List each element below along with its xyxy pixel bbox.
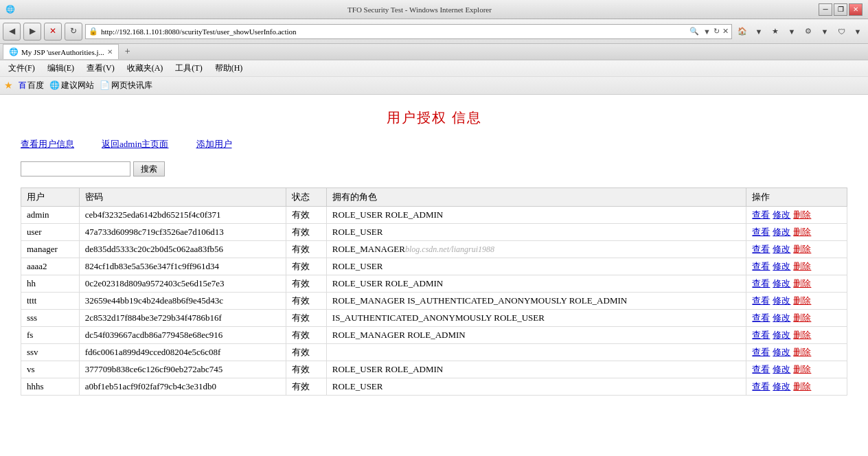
favorites-suggest[interactable]: 🌐 建议网站 — [49, 80, 94, 91]
action-修改-6[interactable]: 修改 — [773, 312, 790, 323]
cell-actions: 查看修改删除 — [746, 241, 847, 258]
favorites-news[interactable]: 📄 网页快讯库 — [100, 80, 152, 91]
cell-roles: ROLE_USER — [326, 378, 746, 396]
action-删除-7[interactable]: 删除 — [793, 330, 811, 340]
minimize-button[interactable]: ─ — [819, 3, 832, 16]
favorites-dropdown[interactable]: ▼ — [784, 24, 799, 39]
action-查看-3[interactable]: 查看 — [752, 261, 770, 271]
forward-button[interactable]: ▶ — [23, 23, 41, 41]
col-header-status: 状态 — [286, 188, 326, 207]
cell-roles: ROLE_USER ROLE_ADMIN — [326, 275, 746, 293]
action-删除-4[interactable]: 删除 — [793, 278, 811, 288]
action-修改-4[interactable]: 修改 — [773, 278, 790, 288]
cell-user: hhhs — [21, 378, 80, 396]
action-删除-1[interactable]: 删除 — [793, 227, 811, 237]
menu-favorites[interactable]: 收藏夹(A) — [122, 61, 169, 76]
action-查看-10[interactable]: 查看 — [752, 381, 770, 391]
safety-icon[interactable]: 🛡 — [834, 24, 849, 39]
back-button[interactable]: ◀ — [3, 23, 21, 41]
action-修改-3[interactable]: 修改 — [773, 261, 790, 271]
action-删除-0[interactable]: 删除 — [793, 209, 811, 220]
action-删除-3[interactable]: 删除 — [793, 261, 811, 271]
menu-file[interactable]: 文件(F) — [3, 61, 41, 76]
search-go-icon[interactable]: 🔍 — [689, 27, 699, 36]
menu-tools[interactable]: 工具(T) — [170, 61, 207, 76]
action-删除-9[interactable]: 删除 — [793, 364, 811, 374]
users-table: 用户 密码 状态 拥有的角色 操作 adminceb4f32325eda6142… — [21, 187, 847, 396]
cell-password: dc54f039667acdb86a779458e68ec916 — [79, 327, 286, 344]
tab-close-button[interactable]: ✕ — [107, 48, 113, 56]
baidu-icon: 百 — [19, 80, 26, 91]
menu-help[interactable]: 帮助(H) — [209, 61, 249, 76]
home-button[interactable]: 🏠 — [735, 24, 750, 39]
action-查看-7[interactable]: 查看 — [752, 330, 770, 340]
action-修改-9[interactable]: 修改 — [773, 364, 790, 374]
cell-password: fd6c0061a899d49cced08204e5c6c08f — [79, 344, 286, 361]
action-修改-7[interactable]: 修改 — [773, 330, 790, 340]
cell-password: 47a733d60998c719cf3526ae7d106d13 — [79, 224, 286, 241]
action-修改-5[interactable]: 修改 — [773, 295, 790, 306]
tools-dropdown[interactable]: ▼ — [817, 24, 832, 39]
address-text: http://192.168.1.101:8080/scurityTest/us… — [101, 27, 687, 36]
action-删除-10[interactable]: 删除 — [793, 381, 811, 391]
table-row: managerde835dd5333c20c2b0d5c062aa83fb56有… — [21, 241, 847, 258]
action-修改-10[interactable]: 修改 — [773, 381, 790, 391]
safety-dropdown[interactable]: ▼ — [850, 24, 865, 39]
action-删除-6[interactable]: 删除 — [793, 312, 811, 323]
action-查看-6[interactable]: 查看 — [752, 312, 770, 323]
action-删除-2[interactable]: 删除 — [793, 244, 811, 254]
cell-roles: ROLE_MANAGER IS_AUTHENTICATED_ANONYMOUSL… — [326, 293, 746, 310]
search-button[interactable]: 搜索 — [133, 161, 165, 176]
suggest-icon: 🌐 — [49, 80, 60, 91]
close-button[interactable]: ✕ — [849, 3, 863, 16]
search-area: 搜索 — [21, 161, 847, 176]
action-查看-4[interactable]: 查看 — [752, 278, 770, 288]
cell-actions: 查看修改删除 — [746, 207, 847, 224]
col-header-user: 用户 — [21, 188, 80, 207]
search-input[interactable] — [21, 161, 130, 176]
favorites-button[interactable]: ★ — [768, 24, 783, 39]
news-label: 网页快讯库 — [111, 80, 152, 91]
action-查看-8[interactable]: 查看 — [752, 347, 770, 357]
action-修改-0[interactable]: 修改 — [773, 209, 790, 220]
menu-edit[interactable]: 编辑(E) — [42, 61, 80, 76]
cell-password: 377709b838ce6c126cf90eb272abc745 — [79, 361, 286, 378]
favorites-baidu[interactable]: 百 百度 — [19, 80, 44, 91]
action-查看-9[interactable]: 查看 — [752, 364, 770, 374]
home-dropdown[interactable]: ▼ — [751, 24, 766, 39]
cell-actions: 查看修改删除 — [746, 275, 847, 293]
new-tab-button[interactable]: + — [120, 44, 135, 59]
action-删除-8[interactable]: 删除 — [793, 347, 811, 357]
cell-status: 有效 — [286, 241, 326, 258]
stop-button[interactable]: ✕ — [44, 23, 62, 41]
cell-status: 有效 — [286, 224, 326, 241]
action-删除-5[interactable]: 删除 — [793, 295, 811, 306]
close-addr-icon[interactable]: ✕ — [722, 27, 729, 36]
address-bar[interactable]: 🔒 http://192.168.1.101:8080/scurityTest/… — [85, 24, 732, 39]
add-user-link[interactable]: 添加用户 — [196, 138, 232, 150]
cell-roles: ROLE_USER — [326, 224, 746, 241]
cell-user: sss — [21, 310, 80, 327]
menu-view[interactable]: 查看(V) — [81, 61, 120, 76]
menu-bar: 文件(F) 编辑(E) 查看(V) 收藏夹(A) 工具(T) 帮助(H) — [0, 60, 868, 77]
action-查看-5[interactable]: 查看 — [752, 295, 770, 306]
cell-password: de835dd5333c20c2b0d5c062aa83fb56 — [79, 241, 286, 258]
active-tab[interactable]: 🌐 My JSP 'userAuthorities.j... ✕ — [3, 44, 119, 59]
dropdown-icon[interactable]: ▼ — [703, 27, 711, 36]
action-查看-0[interactable]: 查看 — [752, 209, 770, 220]
view-users-link[interactable]: 查看用户信息 — [21, 138, 74, 150]
action-修改-8[interactable]: 修改 — [773, 347, 790, 357]
admin-home-link[interactable]: 返回admin主页面 — [102, 138, 169, 150]
refresh-addr-icon[interactable]: ↻ — [713, 27, 720, 36]
cell-roles: ROLE_MANAGERblog.csdn.net/liangrui1988 — [326, 241, 746, 258]
action-查看-1[interactable]: 查看 — [752, 227, 770, 237]
action-查看-2[interactable]: 查看 — [752, 244, 770, 254]
refresh-button[interactable]: ↻ — [65, 23, 82, 41]
tools-icon[interactable]: ⚙ — [801, 24, 816, 39]
cell-password: 2c8532d17f884be3e729b34f4786b16f — [79, 310, 286, 327]
action-修改-1[interactable]: 修改 — [773, 227, 790, 237]
restore-button[interactable]: ❐ — [834, 3, 847, 16]
action-修改-2[interactable]: 修改 — [773, 244, 790, 254]
cell-user: tttt — [21, 293, 80, 310]
table-row: adminceb4f32325eda6142bd65215f4c0f371有效R… — [21, 207, 847, 224]
